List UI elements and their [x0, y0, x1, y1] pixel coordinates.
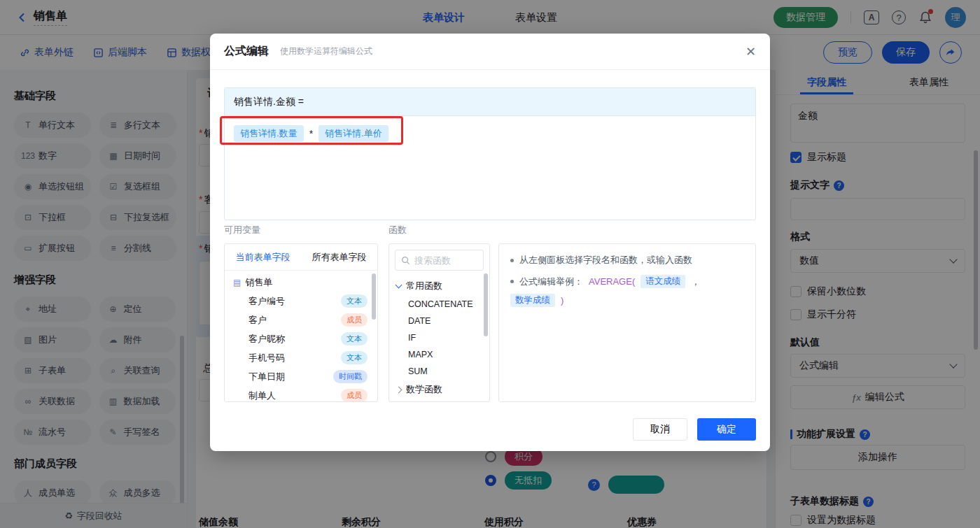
variable-field-row[interactable]: 手机号码 文本 — [225, 348, 377, 367]
variable-field-row[interactable]: 下单日期 时间戳 — [225, 367, 377, 386]
close-icon[interactable]: ✕ — [746, 45, 756, 58]
function-item[interactable]: SUM — [389, 363, 489, 380]
variable-type-badge: 成员 — [341, 389, 368, 402]
variable-type-badge: 文本 — [341, 294, 368, 308]
variables-label: 可用变量 — [224, 224, 260, 236]
functions-panel: 常用函数 CONCATENATEDATEIFMAPXSUM 数学函数 文本函数 — [388, 243, 490, 402]
formula-expression[interactable]: 销售详情.数量 * 销售详情.单价 — [225, 116, 755, 151]
formula-editor-modal: 公式编辑 使用数学运算符编辑公式 ✕ 销售详情.金额 = 销售详情.数量 * 销… — [210, 34, 770, 451]
formula-field-token[interactable]: 销售详情.单价 — [318, 125, 388, 142]
function-item[interactable]: IF — [389, 329, 489, 346]
formula-editor[interactable]: 销售详情.金额 = 销售详情.数量 * 销售详情.单价 — [224, 87, 756, 220]
cancel-button[interactable]: 取消 — [633, 418, 687, 441]
function-list: CONCATENATEDATEIFMAPXSUM — [389, 296, 489, 380]
variable-name: 手机号码 — [248, 352, 285, 364]
formula-target: 销售详情.金额 = — [225, 88, 755, 116]
variable-name: 制单人 — [248, 390, 276, 402]
function-group-label: 数学函数 — [406, 383, 442, 396]
modal-subtitle: 使用数学运算符编辑公式 — [280, 45, 372, 57]
chevron-expanded-icon — [396, 282, 402, 289]
bullet-icon — [510, 259, 514, 262]
formula-help-panel: 从左侧面板选择字段名和函数，或输入函数 公式编辑举例： AVERAGE( 语文成… — [498, 243, 756, 402]
formula-operator: * — [309, 128, 313, 139]
variable-field-row[interactable]: 客户编号 文本 — [225, 292, 377, 311]
tab-current-form-fields[interactable]: 当前表单字段 — [225, 251, 301, 264]
example-paren-close: ) — [561, 295, 564, 306]
function-group-common[interactable]: 常用函数 — [389, 276, 489, 296]
search-icon — [401, 256, 410, 265]
bullet-icon — [510, 280, 514, 283]
variables-tree-root[interactable]: ▤ 销售单 — [225, 271, 377, 292]
formula-field-token[interactable]: 销售详情.数量 — [234, 125, 304, 142]
function-group-math[interactable]: 数学函数 — [389, 380, 489, 399]
app-screen: 销售单 表单设计 表单设置 数据管理 A ? 理 表单外链 后端脚本 — [0, 0, 980, 528]
functions-label: 函数 — [388, 224, 407, 236]
function-item[interactable]: MAPX — [389, 346, 489, 363]
functions-scrollbar[interactable] — [484, 273, 488, 336]
form-file-icon: ▤ — [233, 278, 241, 287]
variable-type-badge: 文本 — [341, 332, 368, 345]
function-search[interactable] — [395, 250, 484, 271]
variable-type-badge: 时间戳 — [333, 370, 368, 383]
function-item[interactable]: DATE — [389, 313, 489, 329]
modal-title: 公式编辑 — [224, 44, 269, 59]
function-search-input[interactable] — [414, 255, 477, 266]
function-group-label: 常用函数 — [406, 280, 442, 292]
modal-footer: 取消 确定 — [633, 418, 756, 441]
variables-panel: 当前表单字段 所有表单字段 ▤ 销售单 客户编号 文本 客户 成员 客户昵称 — [224, 243, 378, 402]
modal-header: 公式编辑 使用数学运算符编辑公式 ✕ — [210, 34, 770, 70]
example-field-chip: 数学成绩 — [510, 294, 555, 307]
chevron-collapsed-icon — [396, 386, 402, 393]
function-group-text[interactable]: 文本函数 — [389, 399, 489, 402]
variable-name: 下单日期 — [248, 371, 285, 383]
variable-type-badge: 成员 — [341, 313, 368, 327]
variable-name: 客户昵称 — [248, 333, 285, 345]
confirm-button[interactable]: 确定 — [697, 418, 756, 441]
tree-root-label: 销售单 — [245, 276, 272, 289]
variable-name: 客户 — [248, 314, 267, 327]
variable-field-row[interactable]: 制单人 成员 — [225, 386, 377, 402]
function-item[interactable]: CONCATENATE — [389, 296, 489, 313]
variables-scrollbar[interactable] — [372, 273, 376, 320]
variable-type-badge: 文本 — [341, 351, 368, 364]
help-line-1: 从左侧面板选择字段名和函数，或输入函数 — [510, 254, 744, 266]
example-field-chip: 语文成绩 — [640, 275, 685, 288]
tab-all-form-fields[interactable]: 所有表单字段 — [301, 251, 377, 264]
variables-tabs: 当前表单字段 所有表单字段 — [225, 244, 377, 271]
variable-field-row[interactable]: 客户 成员 — [225, 311, 377, 329]
variables-list: 客户编号 文本 客户 成员 客户昵称 文本 手机号码 文本 下单日期 时间戳 — [225, 292, 377, 402]
variable-field-row[interactable]: 客户昵称 文本 — [225, 329, 377, 348]
example-function-name: AVERAGE( — [589, 276, 635, 287]
help-line-2: 公式编辑举例： AVERAGE( 语文成绩 ， 数学成绩 ) — [510, 275, 744, 307]
variable-name: 客户编号 — [248, 295, 285, 308]
